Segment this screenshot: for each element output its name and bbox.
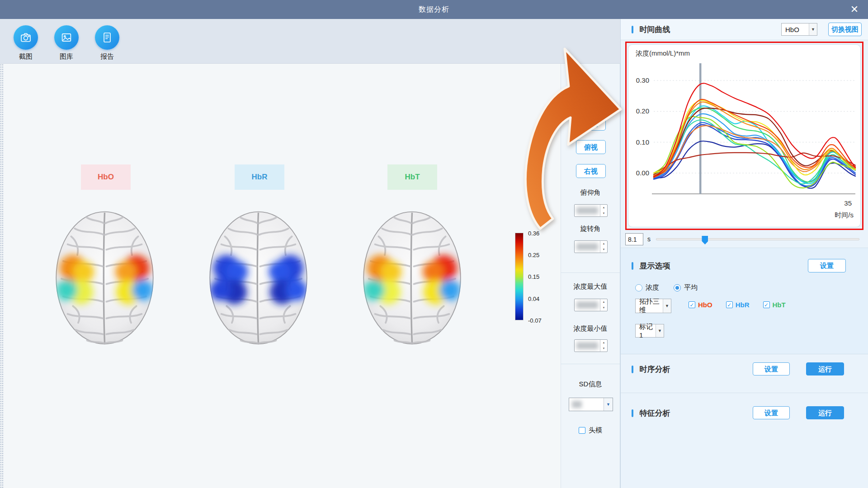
section-accent-bar <box>632 26 633 33</box>
time-curve-plot[interactable]: 浓度(mmol/L)*mm0.300.200.100.0035时间/s <box>628 45 861 228</box>
chevron-down-icon[interactable]: ▼ <box>656 324 664 337</box>
pitch-angle-label: 俯仰角 <box>561 188 620 197</box>
svg-text:时间/s: 时间/s <box>835 211 854 219</box>
radio-label: 浓度 <box>646 283 659 292</box>
timeseries-analysis-row: 时序分析 设置 运行 <box>621 357 868 384</box>
head-model-checkbox[interactable] <box>579 427 585 434</box>
topo-mode-value: 拓扑三维 <box>636 297 663 314</box>
data-analysis-window: 数据分析 ✕ 截图 图库 报 <box>0 0 868 488</box>
spinner-arrows[interactable]: ▲▼ <box>600 205 607 216</box>
radio-dot[interactable] <box>635 284 642 291</box>
feature-settings-button[interactable]: 设置 <box>753 406 790 419</box>
checkbox-HbR[interactable]: ✓HbR <box>726 301 750 309</box>
blurred-value <box>576 207 598 214</box>
mode-radio-group: 浓度平均 <box>635 283 698 292</box>
svg-text:0.30: 0.30 <box>636 76 649 84</box>
display-settings-button[interactable]: 设置 <box>808 259 846 272</box>
spinner-arrows[interactable]: ▲▼ <box>600 241 607 253</box>
timeseries-title: 时序分析 <box>639 365 670 374</box>
display-options-section: 显示选项 设置 浓度平均 拓扑三维 ▼ ✓HbO✓HbR✓HbT 标记1 ▼ <box>621 248 868 354</box>
checkbox-icon[interactable]: ✓ <box>763 301 770 308</box>
chevron-down-icon[interactable]: ▼ <box>809 23 817 35</box>
rotate-angle-label: 旋转角 <box>561 225 620 233</box>
chevron-down-icon[interactable]: ▼ <box>604 398 613 411</box>
time-curve-header: 时间曲线 HbO ▼ 切换视图 <box>621 19 868 40</box>
time-input[interactable] <box>625 233 643 245</box>
pitch-angle-input[interactable]: ▲▼ <box>574 204 608 217</box>
marker-select[interactable]: 标记1 ▼ <box>635 324 664 338</box>
hbt-brain-view[interactable] <box>359 206 465 347</box>
display-options-title: 显示选项 <box>639 262 670 270</box>
view-front-button[interactable]: 前视 <box>576 117 606 131</box>
time-slider-thumb[interactable] <box>702 236 708 244</box>
feature-run-button[interactable]: 运行 <box>806 406 844 419</box>
spinner-arrows[interactable]: ▲▼ <box>600 299 607 311</box>
svg-text:0.00: 0.00 <box>636 169 649 177</box>
checkbox-label: HbT <box>773 301 786 309</box>
radio-dot[interactable] <box>674 284 681 291</box>
svg-text:0.20: 0.20 <box>636 107 649 115</box>
feature-analysis-row: 特征分析 设置 运行 <box>621 401 868 428</box>
topo-mode-select[interactable]: 拓扑三维 ▼ <box>635 299 671 313</box>
hbo-brain-view[interactable] <box>52 206 158 347</box>
conc-min-input[interactable]: ▲▼ <box>574 339 608 352</box>
view-back-button[interactable]: 后视 <box>576 93 606 107</box>
hbr-map-label: HbR <box>235 164 284 190</box>
conc-max-label: 浓度最大值 <box>561 282 620 291</box>
colorbar-tick: -0.07 <box>528 317 542 324</box>
report-label: 报告 <box>87 52 127 61</box>
radio-浓度[interactable]: 浓度 <box>635 283 659 292</box>
toolbar: 截图 图库 报告 <box>0 19 620 64</box>
screenshot-button[interactable]: 截图 <box>5 25 46 61</box>
report-button[interactable]: 报告 <box>87 25 127 61</box>
sd-info-select[interactable]: ▼ <box>569 398 613 411</box>
conc-max-input[interactable]: ▲▼ <box>574 299 608 311</box>
svg-text:0.10: 0.10 <box>636 138 649 146</box>
view-top-button[interactable]: 俯视 <box>576 140 606 154</box>
topo-row: 拓扑三维 ▼ ✓HbO✓HbR✓HbT <box>635 299 852 314</box>
time-slider-row: s <box>621 232 868 248</box>
highlight-annotation-box: 浓度(mmol/L)*mm0.300.200.100.0035时间/s <box>625 42 863 230</box>
hb-checkbox-group: ✓HbO✓HbR✓HbT <box>689 301 786 309</box>
conc-min-label: 浓度最小值 <box>561 324 620 333</box>
checkbox-label: HbO <box>698 301 712 309</box>
divider <box>621 393 868 393</box>
divider <box>561 364 620 364</box>
camera-icon <box>14 25 38 50</box>
timeseries-settings-button[interactable]: 设置 <box>753 362 790 375</box>
head-model-toggle[interactable]: 头模 <box>561 426 620 435</box>
time-curve-title: 时间曲线 <box>639 25 670 34</box>
section-accent-bar <box>632 409 633 417</box>
checkbox-icon[interactable]: ✓ <box>726 301 733 308</box>
checkbox-icon[interactable]: ✓ <box>689 301 695 308</box>
spinner-arrows[interactable]: ▲▼ <box>600 340 607 352</box>
rotate-angle-input[interactable]: ▲▼ <box>574 240 608 253</box>
time-unit-label: s <box>647 235 651 243</box>
gallery-button[interactable]: 图库 <box>46 25 87 61</box>
colorbar-tick: 0.25 <box>528 252 539 258</box>
checkbox-HbT[interactable]: ✓HbT <box>763 301 786 309</box>
hb-type-select[interactable]: HbO ▼ <box>781 23 817 36</box>
report-icon <box>95 25 119 50</box>
view-control-column: 后视 前视 俯视 右视 俯仰角 ▲▼ 旋转角 ▲▼ 浓度最大值 ▲▼ 浓度最小值… <box>561 64 620 488</box>
colorbar-tick: 0.15 <box>528 273 539 280</box>
analysis-panel: 时间曲线 HbO ▼ 切换视图 浓度(mmol/L)*mm0.300.200.1… <box>620 19 868 488</box>
svg-text:浓度(mmol/L)*mm: 浓度(mmol/L)*mm <box>636 49 690 57</box>
view-right-button[interactable]: 右视 <box>576 164 606 178</box>
hbr-brain-view[interactable] <box>205 206 311 347</box>
radio-平均[interactable]: 平均 <box>674 283 698 292</box>
brain-canvas-area: HbO HbR HbT <box>0 64 561 488</box>
time-curve-chart[interactable]: 浓度(mmol/L)*mm0.300.200.100.0035时间/s <box>628 44 861 227</box>
timeseries-run-button[interactable]: 运行 <box>806 362 844 375</box>
colorbar-tick: 0.04 <box>528 296 539 302</box>
feature-title: 特征分析 <box>639 409 670 418</box>
blurred-value <box>576 301 598 309</box>
jet-colorbar <box>515 233 524 320</box>
time-slider-track[interactable] <box>656 238 859 240</box>
switch-view-button[interactable]: 切换视图 <box>828 23 862 36</box>
hbt-map-label: HbT <box>387 164 437 190</box>
chevron-down-icon[interactable]: ▼ <box>663 299 671 313</box>
checkbox-HbO[interactable]: ✓HbO <box>689 301 712 309</box>
svg-text:35: 35 <box>844 199 852 207</box>
close-icon[interactable]: ✕ <box>848 3 861 16</box>
